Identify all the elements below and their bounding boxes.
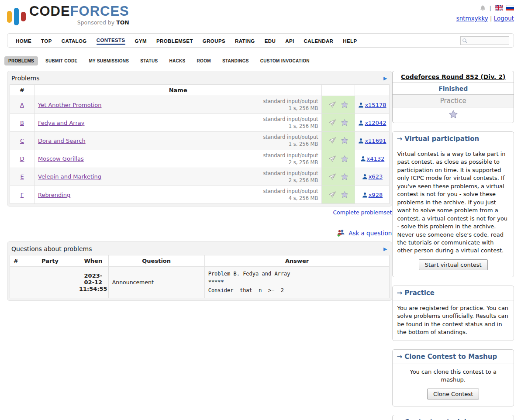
problems-table-container: Problems ▶ # Name A Yet Anoth	[7, 71, 392, 207]
table-row: A Yet Another Promotion standard input/o…	[10, 96, 390, 114]
arrow-icon: →	[397, 135, 402, 143]
solved-count-link[interactable]: x11691	[365, 138, 386, 144]
username-link[interactable]: sntmxykky	[456, 15, 488, 22]
solved-count-link[interactable]: x928	[369, 192, 383, 198]
logout-link[interactable]: Logout	[494, 15, 514, 22]
table-row: D Moscow Gorillas standard input/output2…	[10, 150, 390, 168]
problem-letter-link[interactable]: D	[20, 155, 24, 162]
problem-letter-link[interactable]: A	[20, 102, 24, 108]
clone-contest-button[interactable]: Clone Contest	[427, 389, 479, 399]
solvers-icon	[362, 192, 368, 198]
separator: |	[490, 15, 492, 22]
main-navigation: Home Top Catalog Contests Gym Problemset…	[7, 33, 514, 48]
solved-count-link[interactable]: x12042	[365, 120, 386, 126]
page-header: CODEFORCES Sponsored by TON | sntmxykky …	[0, 0, 521, 31]
favorite-star-icon[interactable]	[341, 191, 348, 199]
ask-question-link[interactable]: Ask a question	[348, 230, 392, 237]
nav-home[interactable]: Home	[11, 36, 36, 45]
codeforces-logo[interactable]: CODEFORCES Sponsored by TON	[7, 4, 514, 28]
table-row: E Velepin and Marketing standard input/o…	[10, 168, 390, 186]
col-q-party: Party	[22, 255, 78, 267]
submit-solution-icon[interactable]	[328, 191, 336, 199]
problem-letter-link[interactable]: C	[20, 138, 24, 144]
start-virtual-contest-button[interactable]: Start virtual contest	[419, 259, 488, 270]
favorite-contest-star-icon[interactable]	[449, 114, 458, 120]
subnav-my-submissions[interactable]: My Submissions	[85, 56, 133, 65]
problem-letter-link[interactable]: B	[20, 120, 24, 126]
problem-name-link[interactable]: Fedya and Array	[38, 120, 84, 126]
nav-rating[interactable]: Rating	[230, 36, 260, 45]
problem-name-link[interactable]: Yet Another Promotion	[38, 102, 101, 108]
nav-gym[interactable]: Gym	[130, 36, 152, 45]
problems-title: Problems	[11, 75, 40, 82]
favorite-star-icon[interactable]	[341, 137, 348, 145]
nav-api[interactable]: API	[280, 36, 299, 45]
nav-calendar[interactable]: Calendar	[299, 36, 338, 45]
subnav-status[interactable]: Status	[136, 56, 162, 65]
problem-name-link[interactable]: Dora and Search	[38, 138, 86, 144]
problem-name-link[interactable]: Rebrending	[38, 192, 70, 198]
problem-letter-link[interactable]: F	[21, 192, 24, 198]
nav-problemset[interactable]: Problemset	[152, 36, 198, 45]
submit-solution-icon[interactable]	[328, 155, 336, 163]
subnav-submit-code[interactable]: Submit Code	[41, 56, 81, 65]
col-q-answer: Answer	[204, 255, 390, 267]
solvers-icon	[358, 102, 364, 108]
col-solved	[355, 85, 390, 96]
language-english-flag-icon[interactable]	[495, 5, 503, 10]
table-row: C Dora and Search standard input/output1…	[10, 132, 390, 150]
subnav-problems[interactable]: Problems	[4, 56, 38, 65]
search-icon	[462, 38, 468, 44]
virtual-participation-box: → Virtual participation Virtual contest …	[392, 131, 514, 277]
questions-header-row: # Party When Question Answer	[10, 255, 390, 267]
search-input[interactable]	[468, 38, 506, 44]
nav-contests[interactable]: Contests	[92, 35, 130, 46]
notification-bell-icon[interactable]	[480, 5, 486, 11]
nav-catalog[interactable]: Catalog	[57, 36, 92, 45]
nav-edu[interactable]: Edu	[260, 36, 280, 45]
expand-arrow-icon[interactable]: ▶	[383, 247, 388, 251]
contest-mode: Practice	[393, 94, 514, 107]
subnav-standings[interactable]: Standings	[218, 56, 253, 65]
solvers-icon	[360, 156, 366, 162]
language-russian-flag-icon[interactable]	[506, 5, 514, 10]
problem-letter-link[interactable]: E	[20, 173, 24, 180]
solvers-icon	[358, 120, 364, 126]
expand-arrow-icon[interactable]: ▶	[383, 76, 388, 81]
submit-solution-icon[interactable]	[328, 173, 336, 181]
solved-count-link[interactable]: x4132	[367, 155, 385, 162]
problem-limits: standard input/output1 s, 256 MB	[263, 98, 318, 112]
subnav-hacks[interactable]: Hacks	[166, 56, 190, 65]
submit-solution-icon[interactable]	[328, 119, 336, 127]
problem-name-link[interactable]: Moscow Gorillas	[38, 155, 84, 162]
favorite-star-icon[interactable]	[341, 119, 348, 127]
submit-solution-icon[interactable]	[328, 137, 336, 145]
favorite-star-icon[interactable]	[341, 101, 348, 109]
subnav-room[interactable]: Room	[193, 56, 215, 65]
submit-solution-icon[interactable]	[328, 101, 336, 109]
contest-title-link[interactable]: Codeforces Round 852 (Div. 2)	[401, 73, 505, 80]
virtual-participation-title: Virtual participation	[404, 135, 479, 143]
problems-table: # Name A Yet Another Promotion standard …	[10, 84, 390, 204]
subnav-custom-invocation[interactable]: Custom Invocation	[256, 56, 314, 65]
nav-help[interactable]: Help	[338, 36, 362, 45]
questions-table: # Party When Question Answer 2023-02-12 …	[10, 255, 390, 298]
arrow-icon: →	[397, 418, 402, 420]
solved-count-link[interactable]: x623	[369, 173, 383, 180]
problem-name-link[interactable]: Velepin and Marketing	[38, 173, 101, 180]
nav-top[interactable]: Top	[36, 36, 57, 45]
questions-caption: Questions about problems ▶	[10, 244, 390, 255]
favorite-star-icon[interactable]	[341, 173, 348, 181]
nav-groups[interactable]: Groups	[198, 36, 230, 45]
col-q-when: When	[78, 255, 109, 267]
col-index: #	[10, 85, 35, 96]
col-q-index: #	[10, 255, 22, 267]
arrow-icon: →	[397, 353, 402, 361]
complete-problemset-link[interactable]: Complete problemset	[333, 209, 392, 216]
table-row: B Fedya and Array standard input/output1…	[10, 114, 390, 132]
practice-box: → Practice You are registered for practi…	[392, 286, 514, 341]
solved-count-link[interactable]: x15178	[365, 102, 386, 108]
user-row: sntmxykky | Logout	[456, 15, 514, 22]
favorite-star-icon[interactable]	[341, 155, 348, 163]
contest-materials-title: Contest materials	[404, 418, 470, 420]
